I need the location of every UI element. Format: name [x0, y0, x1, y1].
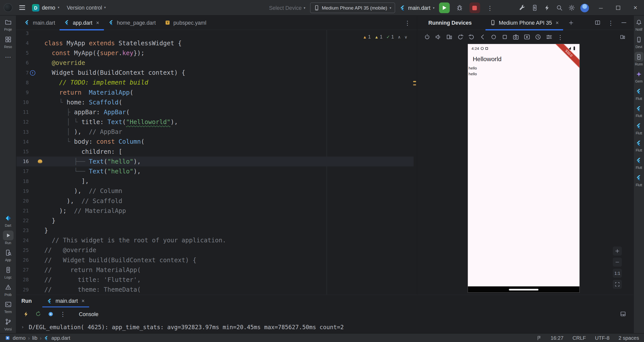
code-editor[interactable]: 34class MyApp extends StatelessWidget {5…	[16, 30, 417, 294]
code-line-11[interactable]: 11 ├ appBar: AppBar(	[16, 107, 414, 117]
cursor-position[interactable]: 16:27	[551, 335, 564, 341]
panel-options-icon[interactable]: ⋮	[606, 17, 616, 28]
code-line-19[interactable]: 19 ), // Column	[16, 186, 414, 196]
next-problem-icon[interactable]: ∨	[405, 35, 408, 39]
code-line-29[interactable]: 29// theme: ThemeData(	[16, 285, 414, 294]
file-encoding[interactable]: UTF-8	[595, 335, 610, 341]
device-selector[interactable]: Medium Phone API 35 (mobile) ▾	[310, 3, 395, 13]
code-line-6[interactable]: 6 @override	[16, 58, 414, 68]
close-icon[interactable]: ×	[96, 20, 99, 26]
minimize-button[interactable]: ─	[592, 0, 610, 16]
device-rotate-left-icon[interactable]	[456, 32, 465, 42]
code-line-17[interactable]: 17 └── Text("hello"),	[16, 166, 414, 176]
device-volume-icon[interactable]	[433, 32, 443, 42]
close-icon[interactable]: ×	[556, 20, 559, 26]
line-ending[interactable]: CRLF	[573, 335, 586, 341]
device-snapshots-icon[interactable]	[533, 32, 543, 42]
code-line-4[interactable]: 4class MyApp extends StatelessWidget {	[16, 38, 414, 48]
code-line-12[interactable]: 12 │ └ title: Text("Helloworld"),	[16, 117, 414, 127]
device-screenshot-icon[interactable]	[511, 32, 521, 42]
indent-setting[interactable]: 2 spaces	[619, 335, 639, 341]
code-line-28[interactable]: 28// title: 'Flutter',	[16, 275, 414, 285]
code-line-7[interactable]: 7↑ Widget build(BuildContext context) {	[16, 68, 414, 78]
code-line-18[interactable]: 18 ],	[16, 176, 414, 186]
debug-button[interactable]	[454, 3, 465, 13]
tool-stripe-terminal[interactable]: Term	[0, 298, 16, 315]
close-button[interactable]: ×	[627, 0, 644, 16]
breadcrumb-project[interactable]: demo	[13, 335, 26, 341]
open-devtools-icon[interactable]	[45, 309, 56, 319]
tool-stripe-more-tool-windows[interactable]: ⋯	[0, 50, 16, 63]
tool-stripe-flutter-devtools[interactable]: Flutt	[634, 154, 644, 171]
tool-stripe-version-control[interactable]: Versi	[0, 315, 16, 332]
breadcrumb-dir[interactable]: lib	[32, 335, 37, 341]
tool-stripe-dart-analysis[interactable]: Dart	[0, 212, 16, 229]
override-marker-icon[interactable]: ↑	[30, 70, 35, 75]
layout-settings-icon[interactable]	[618, 309, 628, 319]
device-home-icon[interactable]	[489, 32, 499, 42]
hot-restart-icon[interactable]	[33, 309, 44, 319]
project-widget[interactable]: D demo ▾	[32, 4, 59, 11]
intention-bulb-icon[interactable]	[38, 159, 42, 163]
code-line-3[interactable]: 3	[16, 30, 414, 38]
navigation-icon[interactable]	[537, 335, 542, 340]
tool-stripe-problems[interactable]: Prob	[0, 281, 16, 298]
gesture-pill[interactable]	[509, 289, 539, 291]
hide-panel-icon[interactable]: ─	[619, 17, 629, 28]
fold-arrow-icon[interactable]: ›	[16, 324, 29, 330]
zoom-in-button[interactable]	[613, 247, 622, 256]
build-icon[interactable]	[516, 3, 529, 13]
tool-stripe-running-devices[interactable]: Runn	[634, 50, 644, 67]
code-line-22[interactable]: 22 }	[16, 216, 414, 225]
zoom-fit-button[interactable]	[613, 280, 622, 289]
code-line-25[interactable]: 25// @override	[16, 245, 414, 255]
code-line-26[interactable]: 26// Widget build(BuildContext context) …	[16, 255, 414, 265]
console-log-line[interactable]: D/EGL_emulation( 4625): app_time_stats: …	[29, 324, 344, 330]
device-tab[interactable]: Medium Phone API 35 ×	[486, 15, 563, 30]
device-back-icon[interactable]	[478, 32, 488, 42]
code-line-15[interactable]: 15 children: [	[16, 147, 414, 157]
scrollbar-warning-mark[interactable]	[413, 81, 416, 82]
device-overview-icon[interactable]	[500, 32, 510, 42]
vcs-widget[interactable]: Version control ▾	[67, 5, 106, 11]
tool-stripe-project[interactable]: Proje	[0, 16, 16, 33]
run-tab[interactable]: main.dart ×	[43, 295, 89, 307]
inspections-widget[interactable]: ▲1 ▲1 ✓1 ∧ ∨	[360, 33, 410, 41]
maximize-button[interactable]	[610, 0, 627, 16]
tab-options-icon[interactable]: ⋮	[402, 17, 413, 28]
tool-stripe-run[interactable]: Run	[0, 229, 16, 246]
breadcrumb-file[interactable]: app.dart	[51, 335, 70, 341]
code-line-27[interactable]: 27// return MaterialApp(	[16, 265, 414, 275]
hot-reload-icon[interactable]	[21, 309, 31, 319]
zoom-out-button[interactable]	[613, 258, 622, 267]
scrollbar-warning-mark[interactable]	[413, 84, 416, 86]
code-line-23[interactable]: 23}	[16, 225, 414, 235]
more-actions-icon[interactable]: ⋮	[58, 309, 68, 319]
more-actions-button[interactable]: ⋮	[485, 3, 495, 13]
code-line-20[interactable]: 20 ), // Scaffold	[16, 196, 414, 206]
profiler-icon[interactable]	[529, 3, 541, 13]
stop-button[interactable]	[469, 3, 480, 13]
tool-stripe-logcat[interactable]: Logc	[0, 263, 16, 281]
add-device-button[interactable]	[566, 17, 576, 28]
code-line-21[interactable]: 21 ); // MaterialApp	[16, 206, 414, 216]
account-avatar[interactable]	[580, 4, 589, 12]
device-power-icon[interactable]	[422, 32, 432, 42]
tool-stripe-resource-manager[interactable]: Reso	[0, 33, 16, 50]
main-menu-button[interactable]	[17, 3, 27, 13]
tool-stripe-device-manager[interactable]: Devi	[634, 33, 644, 50]
device-more-icon[interactable]: ⋮	[555, 32, 565, 42]
zoom-reset-button[interactable]: 1:1	[613, 269, 622, 278]
code-line-16[interactable]: 16 ├── Text("hello"),	[16, 157, 414, 166]
prev-problem-icon[interactable]: ∧	[398, 35, 401, 39]
code-line-14[interactable]: 14 └ body: const Column(	[16, 137, 414, 147]
search-everywhere-icon[interactable]	[553, 3, 566, 13]
run-button[interactable]	[439, 3, 450, 13]
display-mode-icon[interactable]	[618, 32, 628, 42]
tool-stripe-flutter-outline[interactable]: Flutt	[634, 85, 644, 102]
editor-tab-app.dart[interactable]: app.dart×	[60, 15, 104, 30]
code-line-9[interactable]: 9 return MaterialApp(	[16, 88, 414, 97]
code-line-8[interactable]: 8 // TODO: implement build	[16, 78, 414, 88]
tool-stripe-notifications[interactable]: Notif	[634, 16, 644, 33]
run-configuration[interactable]: main.dart ▾	[399, 5, 434, 11]
